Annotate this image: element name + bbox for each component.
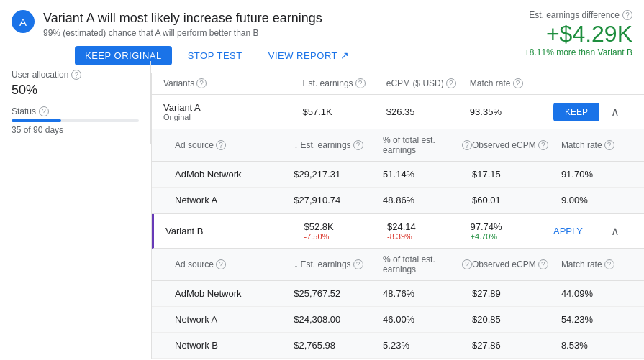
variant-b-match-cell: 97.74% +4.70% <box>470 221 553 241</box>
b-obs-help[interactable]: ? <box>538 259 548 269</box>
a-row1-ecpm: $17.15 <box>472 169 561 180</box>
variant-a-sub-header: Ad source ? ↓ Est. earnings ? % of total… <box>152 129 644 162</box>
b-row1-source: AdMob Network <box>175 288 294 299</box>
variant-b-name-cell: Variant B <box>165 226 304 236</box>
allocation-help-icon[interactable]: ? <box>71 70 81 80</box>
table-row: AdMob Network $25,767.52 48.76% $27.89 4… <box>152 281 644 307</box>
status-label: Status <box>12 106 36 116</box>
est-earnings-label: Est. earnings difference ? <box>489 10 632 20</box>
b-sub-col-ad-source: Ad source ? <box>175 259 294 269</box>
allocation-value: 50% <box>12 83 139 98</box>
b-sub-col-match: Match rate ? <box>561 259 632 269</box>
main-table: Variants ? Est. earnings ? eCPM ($ USD) … <box>151 73 644 359</box>
b-pct-help[interactable]: ? <box>462 259 472 269</box>
sub-col-ad-source: Ad source ? <box>175 140 294 150</box>
col-est-earnings: Est. earnings ? <box>303 78 386 88</box>
variant-a-ecpm: $26.35 <box>386 106 470 117</box>
variant-b-sub-header: Ad source ? ↓ Est. earnings ? % of total… <box>152 249 644 281</box>
col-match-rate: Match rate ? <box>470 78 553 88</box>
col-variants: Variants ? <box>163 78 303 88</box>
b-row3-match: 8.53% <box>561 340 632 351</box>
b-row3-source: Network B <box>175 340 294 351</box>
b-row2-pct: 46.00% <box>383 314 472 325</box>
variant-a-name-cell: Variant A Original <box>163 102 303 121</box>
b-row2-earnings: $24,308.00 <box>294 314 383 325</box>
status-help-icon[interactable]: ? <box>39 106 49 116</box>
stop-test-button[interactable]: STOP TEST <box>178 46 253 65</box>
a-row1-earnings: $29,217.31 <box>294 169 383 180</box>
sub-pct-help-icon[interactable]: ? <box>462 140 472 150</box>
variant-b-subtable: Ad source ? ↓ Est. earnings ? % of total… <box>152 249 644 359</box>
variant-b-chevron[interactable]: ∧ <box>611 225 620 237</box>
earnings-help-icon[interactable]: ? <box>622 10 632 20</box>
sub-col-match-rate: Match rate ? <box>561 140 632 150</box>
table-row: AdMob Network $29,217.31 51.14% $17.15 9… <box>152 162 644 188</box>
b-sub-col-est-earnings: ↓ Est. earnings ? <box>294 259 383 269</box>
b-row1-match: 44.09% <box>561 288 632 299</box>
a-row1-pct: 51.14% <box>383 169 472 180</box>
progress-bar-background <box>12 119 139 122</box>
table-header-row: Variants ? Est. earnings ? eCPM ($ USD) … <box>152 73 644 95</box>
match-rate-help-icon[interactable]: ? <box>513 78 523 88</box>
a-row1-source: AdMob Network <box>175 169 294 180</box>
b-row1-earnings: $25,767.52 <box>294 288 383 299</box>
table-row: Network A $27,910.74 48.86% $60.01 9.00% <box>152 188 644 213</box>
earnings-difference-value: +$4.29K <box>489 20 632 47</box>
variant-b-row: Variant B $52.8K -7.50% $24.14 -8.39% 97… <box>152 214 644 249</box>
variant-b-ecpm-cell: $24.14 -8.39% <box>387 221 471 241</box>
earnings-subtext: +8.11% more than Variant B <box>489 47 632 57</box>
variant-b-apply-button[interactable]: APPLY <box>553 226 583 236</box>
b-row2-match: 54.23% <box>561 314 632 325</box>
sub-est-help-icon[interactable]: ? <box>353 140 363 150</box>
b-sub-col-obs-ecpm: Observed eCPM ? <box>472 259 561 269</box>
page-title: Variant A will most likely increase futu… <box>43 10 360 27</box>
b-match-help[interactable]: ? <box>604 259 614 269</box>
sub-obs-help-icon[interactable]: ? <box>538 140 548 150</box>
a-row2-pct: 48.86% <box>383 195 472 206</box>
table-row: Network A $24,308.00 46.00% $20.85 54.23… <box>152 307 644 333</box>
a-row2-ecpm: $60.01 <box>472 195 561 206</box>
sub-match-help-icon[interactable]: ? <box>604 140 614 150</box>
variant-a-chevron[interactable]: ∧ <box>611 106 620 118</box>
a-row2-source: Network A <box>175 195 294 206</box>
variant-a-match-rate: 93.35% <box>470 106 553 117</box>
left-panel: User allocation ? 50% Status ? 35 of 90 … <box>0 61 151 144</box>
variant-b-earnings-cell: $52.8K -7.50% <box>304 221 387 241</box>
view-report-button[interactable]: VIEW REPORT ↗ <box>258 45 360 65</box>
b-row2-ecpm: $20.85 <box>472 314 561 325</box>
ad-source-help-icon[interactable]: ? <box>216 140 226 150</box>
b-row1-ecpm: $27.89 <box>472 288 561 299</box>
a-row1-match: 91.70% <box>561 169 632 180</box>
page-subtitle: 99% (estimated) chance that A will perfo… <box>43 28 360 38</box>
progress-bar-fill <box>12 119 61 122</box>
b-row1-pct: 48.76% <box>383 288 472 299</box>
b-row3-pct: 5.23% <box>383 340 472 351</box>
variants-help-icon[interactable]: ? <box>196 78 207 88</box>
a-row2-earnings: $27,910.74 <box>294 195 383 206</box>
a-row2-match: 9.00% <box>561 195 632 206</box>
sub-col-est-earnings: ↓ Est. earnings ? <box>294 140 383 150</box>
variant-a-subtable: Ad source ? ↓ Est. earnings ? % of total… <box>152 129 644 214</box>
days-label: 35 of 90 days <box>12 125 139 135</box>
b-row3-earnings: $2,765.98 <box>294 340 383 351</box>
sub-col-observed-ecpm: Observed eCPM ? <box>472 140 561 150</box>
variant-a-keep-button[interactable]: KEEP <box>553 103 599 121</box>
variant-a-row: Variant A Original $57.1K $26.35 93.35% … <box>152 95 644 129</box>
external-link-icon: ↗ <box>340 50 350 61</box>
allocation-label: User allocation <box>12 70 68 80</box>
col-ecpm: eCPM ($ USD) ? <box>386 78 470 88</box>
sub-col-pct-earnings: % of total est. earnings ? <box>383 135 472 155</box>
est-earnings-help-icon[interactable]: ? <box>355 78 366 88</box>
b-est-help[interactable]: ? <box>353 259 363 269</box>
b-row2-source: Network A <box>175 314 294 325</box>
b-row3-ecpm: $27.86 <box>472 340 561 351</box>
b-ad-source-help[interactable]: ? <box>216 259 226 269</box>
table-row: Network B $2,765.98 5.23% $27.86 8.53% <box>152 333 644 359</box>
ecpm-help-icon[interactable]: ? <box>446 78 456 88</box>
variant-a-est-earnings: $57.1K <box>303 106 386 117</box>
b-sub-col-pct: % of total est. earnings ? <box>383 254 472 274</box>
